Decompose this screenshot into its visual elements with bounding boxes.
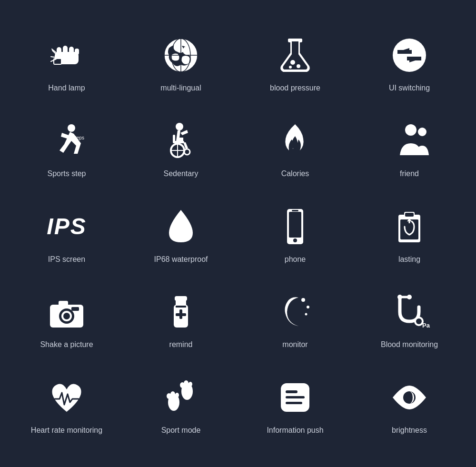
svg-rect-47 [71,307,79,311]
feature-ip68: IP68 waterproof [124,191,238,277]
ip68-label: IP68 waterproof [154,255,208,265]
flask-icon [274,34,317,77]
svg-point-45 [63,313,70,319]
svg-point-36 [293,238,297,242]
friend-label: friend [400,169,419,179]
eye-icon [388,376,431,419]
brightness-label: brightness [392,426,427,436]
features-grid: Hand lamp multi-lingual [0,5,476,462]
svg-rect-53 [176,306,186,308]
wheelchair-icon [159,119,202,162]
ips-text: IPS [47,213,86,239]
feature-calories: Calories [238,105,352,191]
stethoscope-icon: Pa [388,290,431,333]
heart-icon [45,376,88,419]
svg-point-70 [188,382,192,387]
blood-pressure-label: blood pressure [270,83,320,93]
svg-point-55 [307,306,309,308]
feature-lasting: lasting [352,191,466,277]
svg-text:steps: steps [73,135,84,140]
svg-rect-22 [407,57,421,60]
svg-point-16 [290,60,295,65]
svg-rect-27 [173,135,175,143]
svg-point-25 [176,123,183,130]
feature-ui-switching: UI switching [352,20,466,105]
svg-rect-19 [288,39,302,41]
lasting-label: lasting [398,255,420,265]
ips-icon: IPS [45,205,88,248]
feature-monitor: monitor [238,276,352,362]
svg-rect-26 [174,141,184,143]
arrows-icon [388,34,431,77]
sedentary-label: Sedentary [164,169,198,179]
footprints-icon [159,376,202,419]
ips-screen-label: IPS screen [48,255,85,265]
svg-rect-72 [286,390,298,393]
svg-rect-46 [59,301,68,307]
feature-blood-monitoring: Pa Blood monitoring [352,276,466,362]
notification-icon [274,376,317,419]
svg-point-18 [289,66,292,69]
svg-rect-2 [63,46,68,54]
feature-remind: remind [124,276,238,362]
feature-heart-rate: Heart rate monitoring [10,362,124,447]
moon-icon [274,290,317,333]
medicine-icon [159,290,202,333]
svg-point-20 [393,39,426,72]
runner-icon: steps [45,119,88,162]
phone-icon [274,205,317,248]
svg-rect-73 [286,396,305,398]
feature-sedentary: Sedentary [124,105,238,191]
heart-rate-label: Heart rate monitoring [31,426,102,436]
calories-label: Calories [281,169,309,179]
globe-icon [159,34,202,77]
svg-point-23 [68,124,75,132]
feature-ips-screen: IPS IPS screen [10,191,124,277]
blood-monitoring-label: Blood monitoring [381,340,438,350]
feature-blood-pressure: blood pressure [238,20,352,105]
svg-point-61 [416,318,422,324]
feature-shake-picture: Shake a picture [10,276,124,362]
phone-label: phone [285,255,306,265]
feature-info-push: Information push [238,362,352,447]
feature-brightness: brightness [352,362,466,447]
hand-lamp-label: Hand lamp [48,83,85,93]
battery-icon [388,205,431,248]
feature-sports-step: steps Sports step [10,105,124,191]
sport-mode-label: Sport mode [161,426,201,436]
svg-point-69 [184,380,188,386]
ui-switching-label: UI switching [389,83,430,93]
hand-lamp-icon [45,34,88,77]
monitor-label: monitor [282,340,307,350]
svg-point-54 [301,298,305,302]
svg-rect-50 [175,296,187,301]
svg-text:Pa: Pa [422,322,430,329]
svg-point-32 [405,124,416,136]
drop-icon [159,205,202,248]
svg-rect-35 [289,212,301,238]
svg-rect-40 [405,213,414,217]
svg-rect-4 [75,49,79,55]
svg-rect-3 [69,47,74,54]
svg-rect-74 [286,402,302,404]
svg-rect-37 [292,210,298,211]
feature-phone: phone [238,191,352,277]
friends-icon [388,119,431,162]
shake-picture-label: Shake a picture [40,340,93,350]
camera-icon [45,290,88,333]
info-push-label: Information push [267,426,323,436]
fire-icon [274,119,317,162]
feature-sport-mode: Sport mode [124,362,238,447]
feature-multi-lingual: multi-lingual [124,20,238,105]
svg-point-56 [305,313,307,316]
svg-point-33 [418,128,426,136]
feature-hand-lamp: Hand lamp [10,20,124,105]
feature-friend: friend [352,105,466,191]
svg-rect-21 [397,50,412,54]
svg-point-65 [170,391,175,397]
svg-point-66 [175,393,179,397]
remind-label: remind [169,340,193,350]
multi-lingual-label: multi-lingual [160,83,201,93]
sports-step-label: Sports step [48,169,86,179]
svg-point-17 [297,64,300,68]
